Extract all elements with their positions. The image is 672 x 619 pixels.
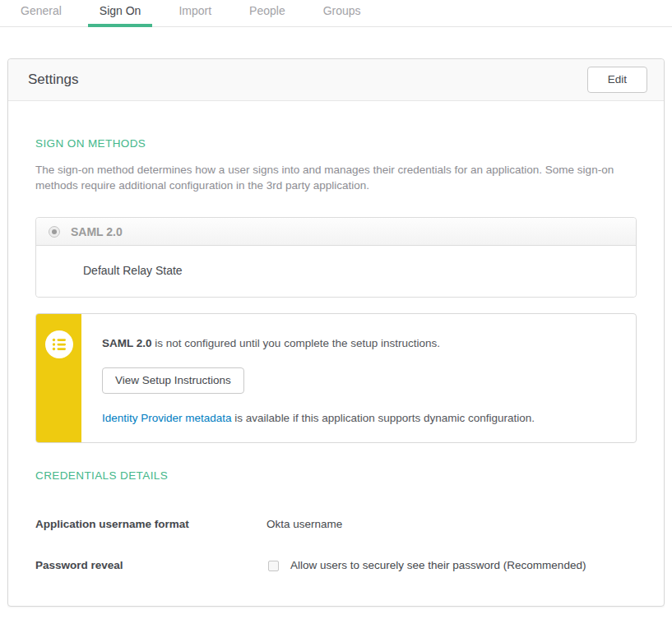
callout-content: SAML 2.0 is not configured until you com… — [81, 314, 551, 442]
settings-panel-header: Settings Edit — [8, 59, 664, 101]
callout-accent-stripe — [36, 314, 81, 442]
saml-method-box: SAML 2.0 Default Relay State — [35, 217, 637, 298]
application-username-format-label: Application username format — [35, 517, 266, 531]
password-reveal-row: Password reveal Allow users to securely … — [35, 558, 637, 572]
tab-people[interactable]: People — [238, 0, 297, 27]
page-title: Settings — [28, 72, 78, 88]
sign-on-methods-description: The sign-on method determines how a user… — [35, 163, 637, 193]
password-reveal-value: Allow users to securely see their passwo… — [266, 558, 586, 572]
application-username-format-row: Application username format Okta usernam… — [35, 517, 637, 531]
tab-import[interactable]: Import — [167, 0, 223, 27]
tab-groups[interactable]: Groups — [312, 0, 373, 27]
password-reveal-checkbox[interactable] — [268, 561, 279, 571]
default-relay-state-label: Default Relay State — [83, 264, 183, 277]
application-username-format-value: Okta username — [266, 517, 342, 531]
callout-message-rest: is not configured until you complete the… — [152, 337, 440, 349]
edit-button[interactable]: Edit — [587, 67, 647, 93]
list-icon — [45, 330, 73, 358]
tab-sign-on[interactable]: Sign On — [88, 0, 153, 27]
view-setup-instructions-button[interactable]: View Setup Instructions — [102, 367, 244, 394]
saml-method-header: SAML 2.0 — [36, 218, 636, 246]
callout-message: SAML 2.0 is not configured until you com… — [102, 335, 535, 351]
password-reveal-checkbox-label: Allow users to securely see their passwo… — [290, 558, 586, 572]
password-reveal-label: Password reveal — [35, 558, 266, 572]
callout-link-rest: is available if this application support… — [232, 412, 535, 424]
callout-link-line: Identity Provider metadata is available … — [102, 410, 535, 426]
callout-message-bold: SAML 2.0 — [102, 337, 152, 349]
identity-provider-metadata-link[interactable]: Identity Provider metadata — [102, 412, 232, 424]
saml-radio-button[interactable] — [49, 226, 60, 238]
tab-general[interactable]: General — [9, 0, 73, 27]
sign-on-methods-heading: SIGN ON METHODS — [35, 138, 637, 150]
settings-panel-body: SIGN ON METHODS The sign-on method deter… — [8, 101, 664, 572]
saml-method-body: Default Relay State — [36, 246, 636, 297]
saml-method-label: SAML 2.0 — [71, 225, 123, 238]
credentials-details-heading: CREDENTIALS DETAILS — [35, 470, 637, 482]
settings-panel: Settings Edit SIGN ON METHODS The sign-o… — [7, 58, 665, 607]
app-tabs: General Sign On Import People Groups — [0, 0, 672, 27]
saml-setup-callout: SAML 2.0 is not configured until you com… — [35, 313, 637, 443]
radio-selected-dot — [52, 229, 57, 234]
